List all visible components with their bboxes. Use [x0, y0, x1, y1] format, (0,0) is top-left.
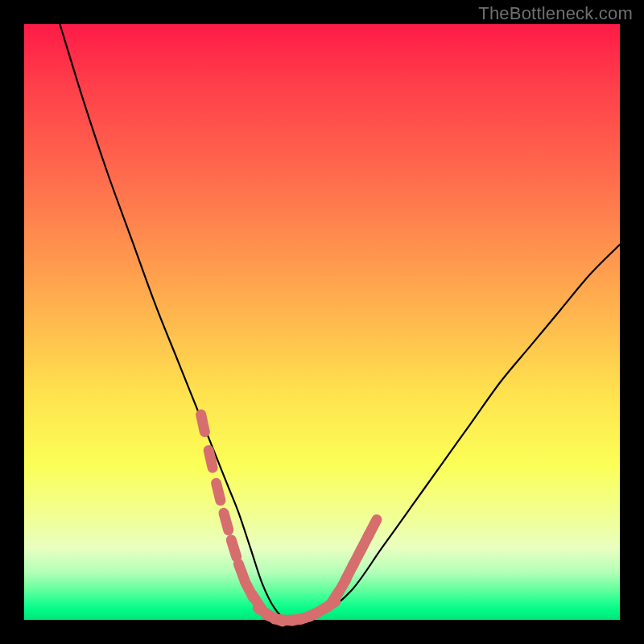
highlight-left-descent-dash [224, 513, 229, 530]
watermark-text: TheBottleneck.com [478, 3, 633, 24]
highlight-left-descent-dash [231, 540, 236, 557]
bottleneck-curve [60, 24, 620, 621]
plot-area [24, 24, 620, 620]
curve-svg [24, 24, 620, 620]
highlight-left-descent-dash [208, 450, 213, 467]
chart-frame: TheBottleneck.com [0, 0, 644, 644]
highlight-left-descent-dash [201, 415, 205, 432]
highlight-right-ascent-dash [369, 520, 377, 536]
highlight-left-descent-dash [217, 483, 221, 500]
